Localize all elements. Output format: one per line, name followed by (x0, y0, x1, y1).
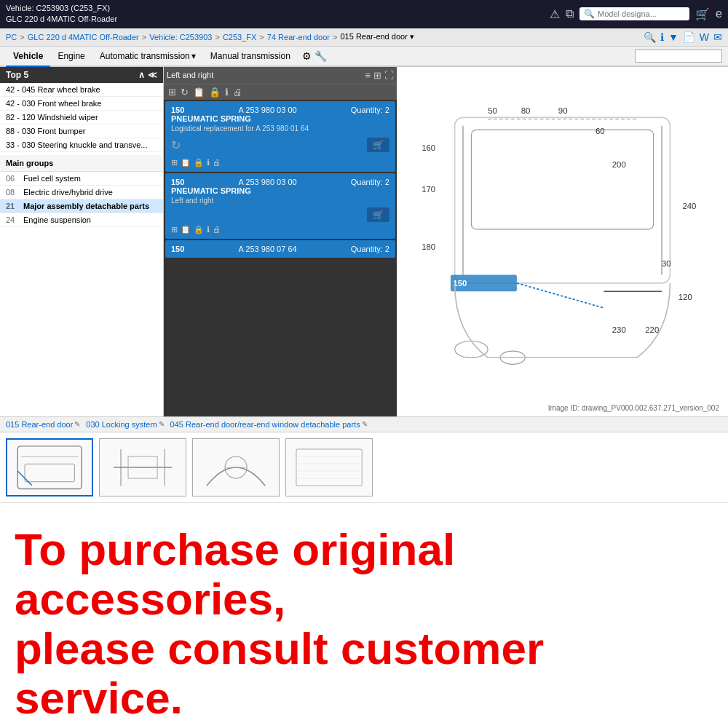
info2-icon[interactable]: ℹ (225, 87, 229, 98)
part-desc-1: Left and right (171, 197, 389, 205)
svg-line-16 (517, 283, 604, 308)
svg-text:50: 50 (488, 106, 497, 114)
breadcrumb-vehicle[interactable]: Vehicle: C253903 (149, 33, 212, 41)
breadcrumb-fx[interactable]: C253_FX (223, 33, 256, 41)
part-info-icon-1[interactable]: ℹ (207, 225, 210, 234)
list-icon[interactable]: ≡ (365, 70, 371, 81)
parts-list: 150 A 253 980 03 00 Quantity: 2 PNEUMATI… (164, 100, 397, 416)
nav-icon1[interactable]: ⚙ (302, 50, 312, 62)
lock-icon[interactable]: 🔒 (209, 87, 221, 98)
svg-text:200: 200 (612, 159, 626, 168)
center-title: Left and right (167, 71, 213, 79)
nav-search-input[interactable] (635, 50, 722, 63)
part-lock-icon-1[interactable]: 🔒 (194, 225, 204, 234)
tab-manual-transmission[interactable]: Manual transmission (203, 47, 298, 67)
group-06[interactable]: 06 Fuel cell system (0, 172, 163, 186)
part-desc-0: Logistical replacement for A 253 980 01 … (171, 124, 389, 132)
doc-icon[interactable]: 📄 (683, 31, 695, 43)
cart-icon[interactable]: 🛒 (695, 7, 710, 21)
part-loading-0: ↻ (171, 138, 181, 152)
bottom-tab-1[interactable]: 030 Locking system ✎ (86, 420, 164, 429)
sidebar-item-0[interactable]: 42 - 045 Rear wheel brake (0, 83, 163, 97)
thumbnail-3[interactable] (285, 438, 373, 496)
expand-view-icon[interactable]: ⛶ (384, 70, 394, 81)
part-table-icon-1[interactable]: ⊞ (171, 225, 178, 234)
breadcrumb-glc[interactable]: GLC 220 d 4MATIC Off-Roader (28, 33, 139, 41)
image-id: Image ID: drawing_PV000.002.637.271_vers… (542, 403, 725, 414)
part-print-icon-0[interactable]: 🖨 (213, 158, 221, 167)
breadcrumb-015[interactable]: 015 Rear-end door ▾ (340, 32, 414, 41)
model-search-input[interactable] (598, 9, 685, 18)
group-24[interactable]: 24 Engine suspension (0, 213, 163, 227)
sidebar-item-3[interactable]: 88 - 030 Front bumper (0, 124, 163, 138)
word-icon[interactable]: W (700, 31, 709, 43)
svg-rect-26 (25, 464, 74, 481)
svg-rect-24 (17, 446, 82, 488)
part-pos-0: 150 (171, 106, 184, 114)
tab-vehicle[interactable]: Vehicle (6, 47, 50, 67)
copy-icon[interactable]: ⧉ (566, 7, 574, 20)
zoom-icon[interactable]: 🔍 (644, 31, 656, 43)
sidebar-item-2[interactable]: 82 - 120 Windshield wiper (0, 111, 163, 124)
thumbnail-2[interactable] (192, 438, 280, 496)
doc2-icon[interactable]: 📋 (193, 87, 205, 98)
svg-point-21 (455, 341, 488, 357)
svg-text:80: 80 (521, 106, 531, 114)
center-header: Left and right ≡ ⊞ ⛶ (164, 67, 397, 84)
part-pos-2: 150 (171, 245, 184, 253)
part-lock-icon-0[interactable]: 🔒 (194, 158, 204, 167)
thumbnail-0[interactable] (6, 438, 93, 496)
group-08[interactable]: 08 Electric drive/hybrid drive (0, 186, 163, 199)
main-groups-header: Main groups (0, 155, 163, 172)
svg-text:60: 60 (596, 127, 605, 135)
expand-icon[interactable]: ≪ (148, 70, 157, 80)
svg-text:230: 230 (612, 325, 626, 334)
breadcrumb-rear-door[interactable]: 74 Rear-end door (267, 33, 330, 41)
part-item-2: 150 A 253 980 07 64 Quantity: 2 (165, 240, 395, 258)
sidebar-item-1[interactable]: 42 - 030 Front wheel brake (0, 97, 163, 111)
group-label-24: Engine suspension (23, 215, 91, 224)
add-to-cart-1[interactable]: 🛒 (367, 207, 389, 222)
top5-header: Top 5 ∧ ≪ (0, 67, 163, 83)
mail-icon[interactable]: ✉ (713, 31, 722, 43)
breadcrumb: PC > GLC 220 d 4MATIC Off-Roader > Vehic… (0, 28, 728, 47)
sidebar-item-4[interactable]: 33 - 030 Steering knuckle and transve... (0, 138, 163, 152)
tab-engine[interactable]: Engine (50, 47, 92, 67)
thumbnail-1[interactable] (99, 438, 186, 496)
info-icon[interactable]: ℹ (660, 31, 664, 43)
part-item-1: 150 A 253 980 03 00 Quantity: 2 PNEUMATI… (165, 173, 395, 239)
part-info-icon-0[interactable]: ℹ (207, 158, 210, 167)
breadcrumb-pc[interactable]: PC (6, 33, 17, 41)
top5-label: Top 5 (6, 70, 28, 80)
add-to-cart-0[interactable]: 🛒 (367, 138, 389, 152)
bottom-tab-2[interactable]: 045 Rear-end door/rear-end window detach… (170, 420, 368, 429)
nav-icon2[interactable]: 🔧 (314, 50, 327, 62)
collapse-icon[interactable]: ∧ (138, 70, 145, 80)
bottom-tab-0[interactable]: 015 Rear-end door ✎ (6, 420, 80, 429)
warning-icon[interactable]: ⚠ (550, 7, 560, 21)
refresh-icon[interactable]: ↻ (181, 87, 189, 98)
filter-icon[interactable]: ▼ (668, 31, 678, 43)
part-qty-1: Quantity: 2 (351, 178, 389, 186)
svg-text:180: 180 (422, 242, 435, 251)
part-doc-icon-0[interactable]: 📋 (181, 158, 191, 167)
part-qty-0: Quantity: 2 (351, 106, 389, 114)
breadcrumb-tools: 🔍 ℹ ▼ 📄 W ✉ (644, 31, 722, 43)
group-num-24: 24 (6, 215, 20, 224)
print-icon[interactable]: 🖨 (233, 87, 242, 98)
part-code-0: A 253 980 03 00 (239, 106, 297, 114)
user-icon[interactable]: e (716, 7, 722, 20)
svg-text:220: 220 (645, 325, 659, 334)
svg-rect-1 (471, 130, 653, 229)
group-21[interactable]: 21 Major assembly detachable parts (0, 199, 163, 213)
tab-automatic-transmission[interactable]: Automatic transmission ▾ (92, 47, 203, 67)
part-doc-icon-1[interactable]: 📋 (181, 225, 191, 234)
center-header-icons: ≡ ⊞ ⛶ (365, 70, 394, 81)
part-table-icon-0[interactable]: ⊞ (171, 158, 178, 167)
grid-icon[interactable]: ⊞ (373, 70, 381, 81)
bottom-tabs: 015 Rear-end door ✎ 030 Locking system ✎… (0, 416, 728, 432)
part-print-icon-1[interactable]: 🖨 (213, 225, 221, 234)
table-icon[interactable]: ⊞ (168, 87, 176, 98)
group-label-08: Electric drive/hybrid drive (23, 188, 113, 197)
svg-text:120: 120 (678, 292, 692, 301)
